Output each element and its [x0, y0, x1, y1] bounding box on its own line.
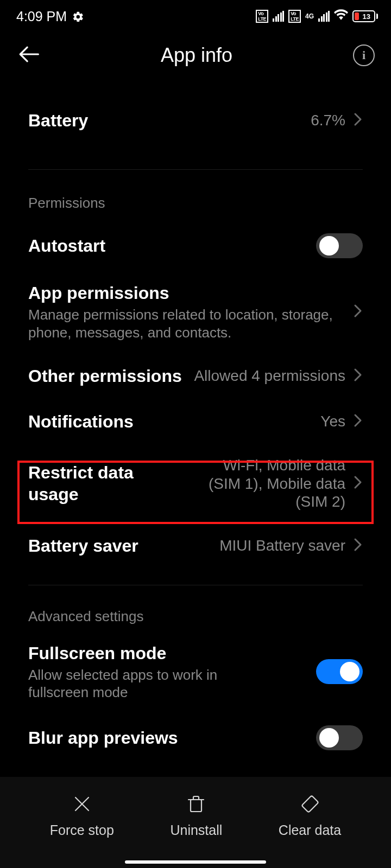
force-stop-button[interactable]: Force stop [50, 793, 114, 838]
row-autostart[interactable]: Autostart [0, 221, 391, 270]
chevron-right-icon [353, 537, 363, 554]
volte-icon-2: VoLTE [288, 10, 301, 23]
wifi-icon [334, 8, 348, 25]
notifications-label: Notifications [28, 411, 313, 432]
section-permissions-header: Permissions [0, 170, 391, 221]
svg-rect-3 [191, 800, 201, 812]
chevron-right-icon [353, 475, 363, 492]
network-4g-icon: 4G [305, 14, 314, 19]
eraser-icon [299, 793, 321, 817]
info-button[interactable]: i [353, 44, 375, 66]
other-permissions-label: Other permissions [28, 365, 186, 387]
close-icon [71, 793, 93, 817]
chevron-right-icon [353, 367, 363, 385]
settings-icon [72, 10, 84, 22]
notifications-value: Yes [320, 412, 345, 431]
row-fullscreen-mode[interactable]: Fullscreen mode Allow selected apps to w… [0, 630, 391, 713]
battery-label: Battery [28, 110, 303, 131]
signal-icon-2 [318, 11, 330, 22]
fullscreen-label: Fullscreen mode [28, 642, 276, 664]
battery-value: 6.7% [311, 111, 345, 130]
row-restrict-data-usage[interactable]: Restrict data usage Wi-Fi, Mobile data (… [0, 444, 391, 523]
uninstall-button[interactable]: Uninstall [170, 793, 222, 838]
battery-percent: 13 [363, 12, 370, 21]
signal-icon-1 [273, 11, 284, 22]
uninstall-label: Uninstall [170, 822, 222, 838]
trash-icon [185, 793, 207, 817]
chevron-right-icon [353, 303, 363, 321]
force-stop-label: Force stop [50, 822, 114, 838]
restrict-data-value: Wi-Fi, Mobile data (SIM 1), Mobile data … [188, 456, 345, 511]
row-battery-saver[interactable]: Battery saver MIUI Battery saver [0, 523, 391, 569]
home-indicator[interactable] [125, 860, 266, 864]
row-battery[interactable]: Battery 6.7% [0, 88, 391, 153]
blur-toggle[interactable] [316, 725, 363, 750]
autostart-toggle[interactable] [316, 233, 363, 258]
row-other-permissions[interactable]: Other permissions Allowed 4 permissions [0, 353, 391, 399]
row-app-permissions[interactable]: App permissions Manage permissions relat… [0, 270, 391, 353]
blur-label: Blur app previews [28, 727, 308, 749]
volte-icon-1: VoLTE [256, 10, 268, 23]
other-permissions-value: Allowed 4 permissions [194, 367, 345, 385]
app-permissions-label: App permissions [28, 282, 345, 304]
row-notifications[interactable]: Notifications Yes [0, 399, 391, 444]
back-button[interactable] [16, 42, 40, 68]
chevron-right-icon [353, 112, 363, 129]
bottom-action-bar: Force stop Uninstall Clear data [0, 777, 391, 868]
section-advanced-header: Advanced settings [0, 585, 391, 630]
battery-icon: 13 [352, 10, 378, 22]
page-title: App info [161, 44, 232, 67]
content-scroll[interactable]: Battery 6.7% Permissions Autostart App p… [0, 88, 391, 762]
fullscreen-sub: Allow selected apps to work in fullscree… [28, 666, 276, 701]
app-header: App info i [0, 29, 391, 88]
autostart-label: Autostart [28, 235, 308, 257]
status-bar: 4:09 PM VoLTE VoLTE 4G 13 [0, 0, 391, 29]
status-time: 4:09 PM [16, 9, 67, 24]
svg-rect-4 [301, 795, 318, 812]
app-permissions-sub: Manage permissions related to location, … [28, 306, 345, 341]
chevron-right-icon [353, 413, 363, 430]
clear-data-button[interactable]: Clear data [279, 793, 341, 838]
row-blur-previews[interactable]: Blur app previews [0, 713, 391, 762]
fullscreen-toggle[interactable] [316, 659, 363, 684]
battery-saver-value: MIUI Battery saver [219, 537, 345, 555]
restrict-data-label: Restrict data usage [28, 462, 180, 505]
clear-data-label: Clear data [279, 822, 341, 838]
battery-saver-label: Battery saver [28, 535, 212, 557]
